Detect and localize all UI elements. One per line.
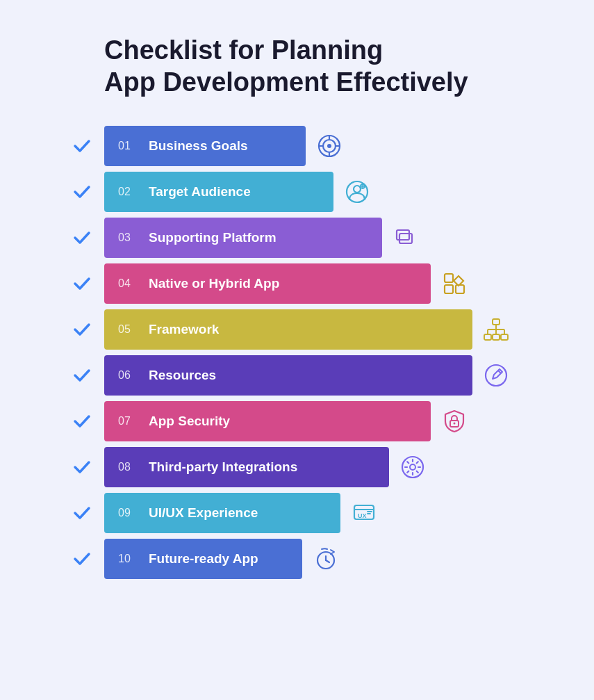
list-item: 01Business Goals [69,126,552,166]
checklist-bar: 03Supporting Platform [104,218,382,258]
check-icon [69,455,94,480]
item-number: 04 [118,277,138,290]
check-icon [69,363,94,388]
page-title: Checklist for Planning App Development E… [104,35,552,98]
item-label: Third-party Integrations [149,459,297,475]
item-number: 05 [118,323,138,336]
item-number: 03 [118,231,138,244]
svg-rect-21 [501,334,508,340]
layers-icon [390,222,421,253]
svg-point-30 [454,423,456,425]
checklist-bar: 01Business Goals [104,126,306,166]
item-label: Native or Hybrid App [149,276,279,291]
person-circle-icon [342,177,372,207]
lock-shield-icon [439,406,470,437]
item-label: Framework [149,322,219,337]
ux-box-icon: UX [349,498,379,528]
list-item: 10Future-ready App [69,539,552,579]
checklist-bar: 06Resources [104,355,472,396]
list-item: 05Framework [69,309,552,350]
gear-circle-icon [397,452,428,482]
item-label: Target Audience [149,184,251,200]
svg-rect-17 [456,285,464,293]
check-icon [69,409,94,434]
svg-rect-19 [484,334,491,340]
checklist-bar: 10Future-ready App [104,539,302,579]
item-label: Resources [149,368,216,383]
check-icon [69,225,94,250]
checklist-bar: 05Framework [104,309,472,350]
svg-point-27 [486,365,506,386]
item-label: Supporting Platform [149,230,277,245]
item-label: Business Goals [149,138,248,154]
check-icon [69,500,94,526]
svg-rect-20 [493,334,500,340]
list-item: 03Supporting Platform [69,218,552,258]
item-label: Future-ready App [149,551,258,567]
svg-rect-18 [493,319,500,325]
checklist: 01Business Goals 02Target Audience 03Sup… [69,126,552,579]
svg-rect-15 [445,274,453,282]
checklist-bar: 02Target Audience [104,172,333,212]
item-number: 02 [118,186,138,198]
pen-circle-icon [481,360,511,391]
clock-arrow-icon [311,544,341,574]
check-icon [69,317,94,342]
svg-rect-14 [399,234,412,243]
check-icon [69,179,94,204]
checklist-bar: 08Third-party Integrations [104,447,389,487]
check-icon [69,133,94,158]
svg-text:UX: UX [358,512,367,519]
org-chart-icon [481,314,511,345]
svg-rect-16 [445,285,453,293]
svg-point-8 [354,186,361,193]
check-icon [69,271,94,296]
item-number: 06 [118,369,138,382]
item-number: 07 [118,415,138,428]
svg-point-32 [410,464,415,470]
svg-point-2 [327,144,331,148]
list-item: 04Native or Hybrid App [69,263,552,304]
list-item: 08Third-party Integrations [69,447,552,487]
checklist-bar: 09UI/UX Experience [104,493,340,533]
svg-rect-13 [397,230,409,240]
target-icon [314,131,345,161]
item-number: 09 [118,507,138,519]
list-item: 02Target Audience [69,172,552,212]
item-number: 10 [118,553,138,565]
item-number: 08 [118,461,138,473]
main-container: Checklist for Planning App Development E… [0,0,594,700]
item-number: 01 [118,140,138,152]
list-item: 07App Security [69,401,552,441]
grid-diamond-icon [439,268,470,299]
list-item: 09UI/UX Experience UX [69,493,552,533]
item-label: UI/UX Experience [149,505,258,521]
checklist-bar: 04Native or Hybrid App [104,263,431,304]
check-icon [69,546,94,571]
checklist-bar: 07App Security [104,401,431,441]
item-label: App Security [149,414,230,429]
list-item: 06Resources [69,355,552,396]
svg-line-40 [326,560,329,562]
